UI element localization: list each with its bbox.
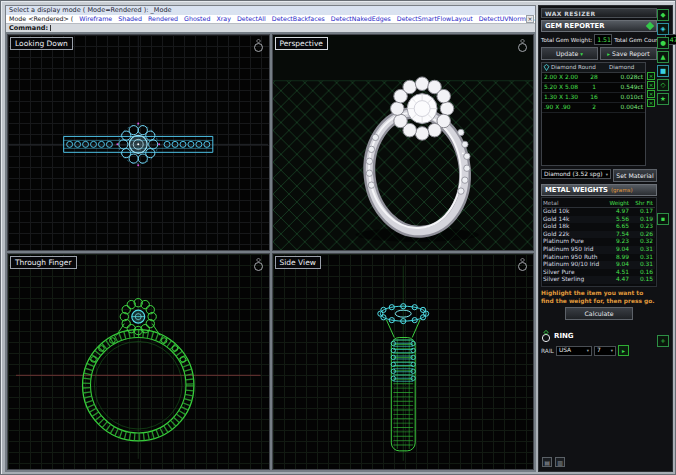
save-report-button[interactable]: ▸ Save Report xyxy=(600,47,657,60)
viewport-label-through-finger[interactable]: Through Finger xyxy=(10,256,77,269)
diamond-icon xyxy=(543,64,550,71)
metal-row[interactable]: Platinum 90/10 Irid9.040.31 xyxy=(543,261,655,269)
close-icon[interactable]: × xyxy=(526,15,534,23)
jewelry-cad-window: Select a display mode ( Mode=Rendered ):… xyxy=(0,0,676,475)
sidebar-tool-icon-7[interactable]: ★ xyxy=(657,93,669,105)
gem-table-empty-area xyxy=(542,113,645,165)
sidebar-tool-icon-1[interactable]: ◆ xyxy=(657,9,669,21)
metal-weights-title: METAL WEIGHTS xyxy=(545,185,608,196)
gem-reporter-title: GEM REPORTER xyxy=(545,21,604,32)
sidebar-tool-icon-3[interactable]: ● xyxy=(657,37,669,49)
metal-row[interactable]: Platinum 950 Ruth8.990.31 xyxy=(543,254,655,262)
metal-row[interactable]: Platinum 950 Irid9.040.31 xyxy=(543,246,655,254)
command-history: Select a display mode ( Mode=Rendered ):… xyxy=(6,6,535,15)
ring-view-icon xyxy=(253,38,264,53)
viewport-side-view[interactable]: Side View xyxy=(272,253,535,470)
gem-table: Diamond Round Diamond 2.00 X 2.00 28 0.0… xyxy=(541,62,646,166)
metal-row[interactable]: Gold 14k5.560.19 xyxy=(543,216,655,224)
gem-table-row[interactable]: 5.20 X 5.08 1 0.549ct xyxy=(542,83,645,93)
viewport-perspective[interactable]: Perspective xyxy=(272,34,535,251)
total-gem-weight-label: Total Gem Weight: xyxy=(541,37,592,43)
go-arrow-icon: ▸ xyxy=(607,51,610,57)
sidebar-icon-strip: ◆ ◈ ● ▲ ■ ◇ ★ ▪ + xyxy=(657,9,670,347)
sidebar-tool-icon-2[interactable]: ◈ xyxy=(657,23,669,35)
ring-view-icon xyxy=(517,257,528,272)
gem-row-delete-button[interactable]: × xyxy=(647,99,655,107)
material-select[interactable]: Diamond (3.52 spg) ▾ xyxy=(541,169,611,179)
viewport-label-side-view[interactable]: Side View xyxy=(275,256,321,269)
chevron-down-icon: ▾ xyxy=(611,346,613,355)
command-option-shaded[interactable]: Shaded xyxy=(118,15,142,22)
update-button[interactable]: Update ▾ xyxy=(541,47,598,60)
ring-panel-title: RING xyxy=(554,332,574,340)
command-option-detectsmartflow[interactable]: DetectSmartFlowLayout xyxy=(397,15,473,22)
viewport-grid: Looking Down xyxy=(5,32,536,472)
command-options-prefix: Mode <Rendered> ( xyxy=(9,15,73,22)
gem-reporter-header[interactable]: GEM REPORTER xyxy=(541,20,657,32)
wax-resizer-title: WAX RESIZER xyxy=(545,10,595,17)
sidebar-tool-icon-6[interactable]: ◇ xyxy=(657,79,669,91)
metal-weights-unit: (grams) xyxy=(611,185,633,196)
command-prompt-label: Command: xyxy=(9,24,48,32)
command-options-line: Mode <Rendered> ( Wireframe Shaded Rende… xyxy=(6,15,535,23)
metal-row[interactable]: Silver Pure4.510.16 xyxy=(543,269,655,277)
sidebar-tool-icon-8[interactable]: ▪ xyxy=(657,213,669,225)
command-area: Select a display mode ( Mode=Rendered ):… xyxy=(5,5,536,32)
metal-row[interactable]: Gold 18k6.650.23 xyxy=(543,223,655,231)
command-prompt[interactable]: Command: xyxy=(6,23,535,32)
metal-row[interactable]: Gold 22k7.540.26 xyxy=(543,231,655,239)
gem-material-column-header: Diamond xyxy=(609,63,645,72)
set-material-button[interactable]: Set Material xyxy=(613,169,657,182)
side-view-wireframe xyxy=(273,254,533,470)
metal-weights-note: Highlight the item you want to find the … xyxy=(541,290,657,305)
viewport-looking-down[interactable]: Looking Down xyxy=(7,34,270,251)
sidebar-tool-icon-9[interactable]: + xyxy=(657,335,669,347)
bottom-tool-icon-2[interactable]: ▥ xyxy=(555,457,565,467)
metal-row[interactable]: Silver Sterling4.470.15 xyxy=(543,276,655,284)
metal-weights-header[interactable]: METAL WEIGHTS (grams) xyxy=(541,184,657,196)
sidebar-tool-icon-5[interactable]: ■ xyxy=(657,65,669,77)
command-option-detectbackfaces[interactable]: DetectBackfaces xyxy=(272,15,325,22)
gem-row-delete-button[interactable]: × xyxy=(647,90,655,98)
gem-icon xyxy=(646,22,654,30)
command-option-xray[interactable]: Xray xyxy=(216,15,231,22)
command-option-detectnakededges[interactable]: DetectNakedEdges xyxy=(331,15,391,22)
total-gem-weight-value: 1.51 xyxy=(594,34,612,45)
command-option-wireframe[interactable]: Wireframe xyxy=(79,15,112,22)
viewport-label-looking-down[interactable]: Looking Down xyxy=(10,37,73,50)
ring-view-icon xyxy=(253,257,264,272)
metal-row[interactable]: Platinum Pure9.230.32 xyxy=(543,238,655,246)
total-gem-count-label: Total Gem Count: xyxy=(614,37,662,43)
ring-go-button[interactable]: ▸ xyxy=(618,345,629,356)
command-option-detectall[interactable]: DetectAll xyxy=(237,15,266,22)
dropdown-arrow-icon: ▾ xyxy=(580,51,583,57)
text-caret xyxy=(50,25,51,31)
command-option-ghosted[interactable]: Ghosted xyxy=(184,15,210,22)
ring-size-select[interactable]: 7 ▾ xyxy=(594,346,616,356)
gem-table-row[interactable]: 1.30 X 1.30 16 0.010ct xyxy=(542,93,645,103)
viewport-through-finger[interactable]: Through Finger xyxy=(7,253,270,470)
sidebar-bottom-icons: ▤ ▥ xyxy=(542,457,565,467)
viewport-label-perspective[interactable]: Perspective xyxy=(275,37,328,50)
metal-weights-table: Metal Weight Shr Fit Gold 10k4.970.17 Go… xyxy=(541,197,657,287)
metal-row[interactable]: Gold 10k4.970.17 xyxy=(543,208,655,216)
gem-row-delete-button[interactable]: × xyxy=(647,72,655,80)
calculate-button[interactable]: Calculate xyxy=(565,307,633,320)
tool-sidebar: WAX RESIZER GEM REPORTER Total Gem Weigh… xyxy=(538,5,673,472)
perspective-render xyxy=(273,35,533,251)
ring-icon xyxy=(541,329,551,343)
gem-table-row[interactable]: 2.00 X 2.00 28 0.028ct xyxy=(542,73,645,83)
ring-panel: RING RAIL USA ▾ 7 ▾ ▸ xyxy=(541,329,657,356)
command-option-rendered[interactable]: Rendered xyxy=(148,15,178,22)
bottom-tool-icon-1[interactable]: ▤ xyxy=(542,457,552,467)
rail-label: RAIL xyxy=(541,348,554,354)
chevron-down-icon: ▾ xyxy=(587,346,589,355)
gem-totals-row: Total Gem Weight: 1.51 Total Gem Count: … xyxy=(541,34,657,45)
size-standard-select[interactable]: USA ▾ xyxy=(556,346,592,356)
gem-table-row[interactable]: .90 X .90 2 0.004ct xyxy=(542,103,645,113)
metal-table-header: Metal Weight Shr Fit xyxy=(543,199,655,208)
wax-resizer-header[interactable]: WAX RESIZER xyxy=(541,8,657,18)
sidebar-tool-icon-4[interactable]: ▲ xyxy=(657,51,669,63)
looking-down-wireframe xyxy=(8,35,268,251)
gem-row-delete-button[interactable]: × xyxy=(647,81,655,89)
